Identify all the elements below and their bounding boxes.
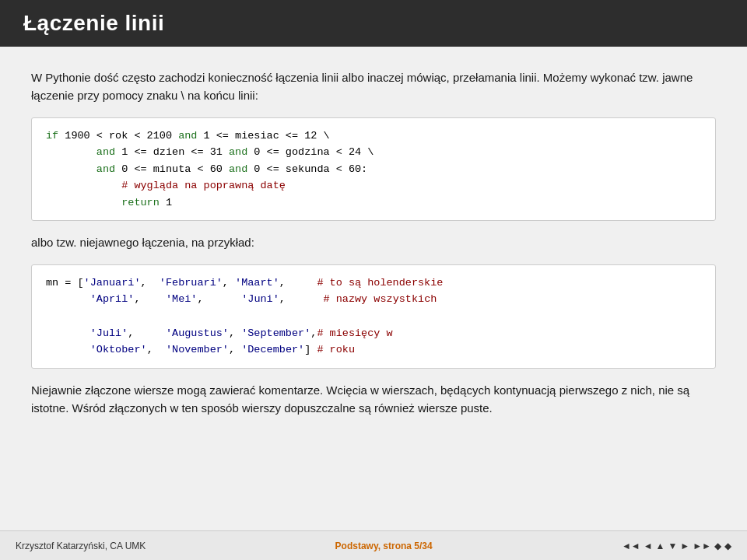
nav-icon-next[interactable]: ►: [680, 541, 689, 551]
nav-icon-dot2[interactable]: ◆: [724, 541, 731, 551]
page-header: Łączenie linii: [0, 0, 747, 47]
footer-nav: ◄◄ ◄ ▲ ▼ ► ►► ◆ ◆: [622, 541, 731, 551]
code-block-2: mn = ['Januari', 'Februari', 'Maart', # …: [31, 264, 716, 369]
nav-icon-last[interactable]: ►►: [693, 541, 711, 551]
footer-page-info: Podstawy, strona 5/34: [335, 541, 433, 551]
nav-icon-down[interactable]: ▼: [668, 541, 677, 551]
page-footer: Krzysztof Katarzyński, CA UMK Podstawy, …: [0, 530, 747, 560]
nav-icon-up[interactable]: ▲: [656, 541, 665, 551]
footer-author: Krzysztof Katarzyński, CA UMK: [16, 541, 146, 551]
nav-icon-prev[interactable]: ◄: [644, 541, 653, 551]
page-title: Łączenie linii: [23, 11, 724, 36]
paragraph-1: W Pythonie dość często zachodzi konieczn…: [31, 68, 716, 105]
code-block-1: if 1900 < rok < 2100 and 1 <= miesiac <=…: [31, 117, 716, 222]
code-text-1: if 1900 < rok < 2100 and 1 <= miesiac <=…: [46, 128, 701, 212]
main-content: W Pythonie dość często zachodzi konieczn…: [0, 47, 747, 530]
paragraph-2: albo tzw. niejawnego łączenia, na przykł…: [31, 233, 716, 251]
paragraph-3: Niejawnie złączone wiersze mogą zawierać…: [31, 381, 716, 418]
nav-icon-dot1[interactable]: ◆: [714, 541, 721, 551]
nav-icon-first[interactable]: ◄◄: [622, 541, 640, 551]
code-text-2: mn = ['Januari', 'Februari', 'Maart', # …: [46, 275, 701, 359]
